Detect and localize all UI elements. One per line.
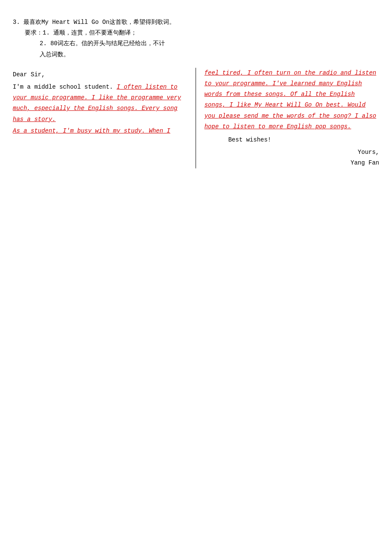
instructions-block: 3. 最喜欢My Heart Will Go On这首歌，希望得到歌词。 要求：… xyxy=(13,17,379,60)
instruction-req2b: 入总词数。 xyxy=(40,49,379,60)
instruction-line1: 3. 最喜欢My Heart Will Go On这首歌，希望得到歌词。 xyxy=(13,17,379,28)
left-column: Dear Sir, I'm a middle school student. I… xyxy=(13,68,196,169)
name-line: Yang Fan xyxy=(205,158,379,168)
p2-red-text: As a student, I'm busy with my study. Wh… xyxy=(13,127,170,134)
page-container: 3. 最喜欢My Heart Will Go On这首歌，希望得到歌词。 要求：… xyxy=(0,0,392,555)
left-paragraph-2: As a student, I'm busy with my study. Wh… xyxy=(13,126,191,136)
p1-normal-start: I'm a middle school student. xyxy=(13,84,117,90)
instruction-req2: 2. 80词左右。信的开头与结尾已经给出，不计 xyxy=(40,38,379,49)
best-wishes-line: Best wishes! xyxy=(228,135,379,145)
dear-sir-line: Dear Sir, xyxy=(13,69,191,80)
two-column-layout: Dear Sir, I'm a middle school student. I… xyxy=(13,68,379,169)
left-paragraph-1: I'm a middle school student. I often lis… xyxy=(13,82,191,125)
yours-line: Yours, xyxy=(205,147,379,158)
right-paragraph-1: feel tired, I often turn on the radio an… xyxy=(205,68,379,132)
right-column: feel tired, I often turn on the radio an… xyxy=(196,68,379,169)
instruction-req1: 要求：1. 通顺，连贯，但不要逐句翻译； xyxy=(25,28,379,38)
song-title: My Heart Will Go On xyxy=(254,101,323,108)
